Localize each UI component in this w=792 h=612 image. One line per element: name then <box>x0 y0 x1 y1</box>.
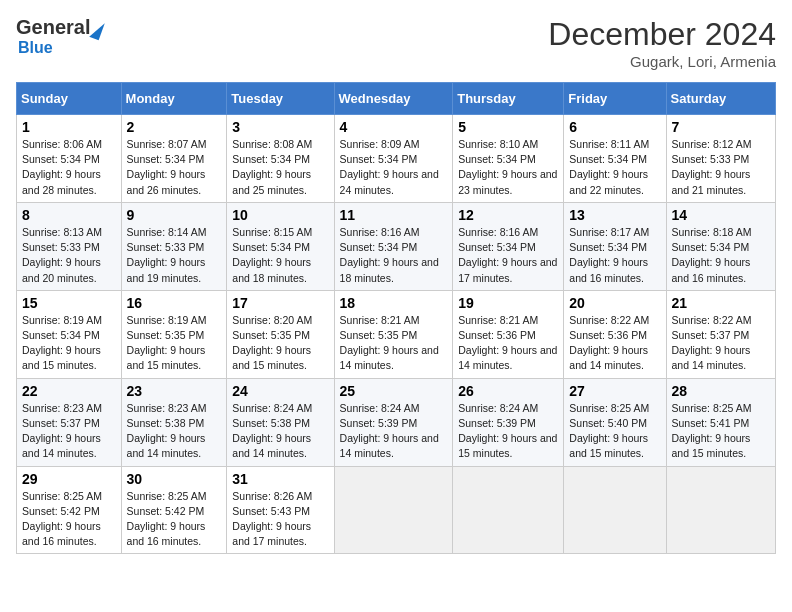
cell-sun-info: Sunrise: 8:13 AM Sunset: 5:33 PM Dayligh… <box>22 225 116 286</box>
day-number: 11 <box>340 207 448 223</box>
day-number: 8 <box>22 207 116 223</box>
day-number: 18 <box>340 295 448 311</box>
week-row-5: 29Sunrise: 8:25 AM Sunset: 5:42 PM Dayli… <box>17 466 776 554</box>
calendar-cell: 4Sunrise: 8:09 AM Sunset: 5:34 PM Daylig… <box>334 115 453 203</box>
page-header: General Blue December 2024 Gugark, Lori,… <box>16 16 776 70</box>
calendar-cell: 22Sunrise: 8:23 AM Sunset: 5:37 PM Dayli… <box>17 378 122 466</box>
weekday-sunday: Sunday <box>17 83 122 115</box>
week-row-4: 22Sunrise: 8:23 AM Sunset: 5:37 PM Dayli… <box>17 378 776 466</box>
calendar-cell: 7Sunrise: 8:12 AM Sunset: 5:33 PM Daylig… <box>666 115 775 203</box>
day-number: 29 <box>22 471 116 487</box>
calendar-cell <box>564 466 666 554</box>
cell-sun-info: Sunrise: 8:25 AM Sunset: 5:42 PM Dayligh… <box>127 489 222 550</box>
day-number: 28 <box>672 383 770 399</box>
calendar-cell: 18Sunrise: 8:21 AM Sunset: 5:35 PM Dayli… <box>334 290 453 378</box>
cell-sun-info: Sunrise: 8:10 AM Sunset: 5:34 PM Dayligh… <box>458 137 558 198</box>
weekday-header-row: SundayMondayTuesdayWednesdayThursdayFrid… <box>17 83 776 115</box>
calendar-cell: 20Sunrise: 8:22 AM Sunset: 5:36 PM Dayli… <box>564 290 666 378</box>
cell-sun-info: Sunrise: 8:17 AM Sunset: 5:34 PM Dayligh… <box>569 225 660 286</box>
cell-sun-info: Sunrise: 8:24 AM Sunset: 5:38 PM Dayligh… <box>232 401 328 462</box>
calendar-cell: 23Sunrise: 8:23 AM Sunset: 5:38 PM Dayli… <box>121 378 227 466</box>
cell-sun-info: Sunrise: 8:21 AM Sunset: 5:36 PM Dayligh… <box>458 313 558 374</box>
week-row-2: 8Sunrise: 8:13 AM Sunset: 5:33 PM Daylig… <box>17 202 776 290</box>
day-number: 2 <box>127 119 222 135</box>
calendar-cell: 27Sunrise: 8:25 AM Sunset: 5:40 PM Dayli… <box>564 378 666 466</box>
calendar-cell: 9Sunrise: 8:14 AM Sunset: 5:33 PM Daylig… <box>121 202 227 290</box>
day-number: 31 <box>232 471 328 487</box>
calendar-cell: 13Sunrise: 8:17 AM Sunset: 5:34 PM Dayli… <box>564 202 666 290</box>
calendar-cell: 5Sunrise: 8:10 AM Sunset: 5:34 PM Daylig… <box>453 115 564 203</box>
cell-sun-info: Sunrise: 8:09 AM Sunset: 5:34 PM Dayligh… <box>340 137 448 198</box>
weekday-monday: Monday <box>121 83 227 115</box>
calendar-cell <box>453 466 564 554</box>
calendar-body: 1Sunrise: 8:06 AM Sunset: 5:34 PM Daylig… <box>17 115 776 554</box>
cell-sun-info: Sunrise: 8:08 AM Sunset: 5:34 PM Dayligh… <box>232 137 328 198</box>
day-number: 25 <box>340 383 448 399</box>
day-number: 15 <box>22 295 116 311</box>
logo-triangle-icon <box>90 19 106 39</box>
cell-sun-info: Sunrise: 8:25 AM Sunset: 5:42 PM Dayligh… <box>22 489 116 550</box>
calendar-cell: 29Sunrise: 8:25 AM Sunset: 5:42 PM Dayli… <box>17 466 122 554</box>
logo-blue-text: Blue <box>18 39 53 56</box>
day-number: 21 <box>672 295 770 311</box>
calendar-cell: 12Sunrise: 8:16 AM Sunset: 5:34 PM Dayli… <box>453 202 564 290</box>
cell-sun-info: Sunrise: 8:24 AM Sunset: 5:39 PM Dayligh… <box>340 401 448 462</box>
weekday-thursday: Thursday <box>453 83 564 115</box>
title-block: December 2024 Gugark, Lori, Armenia <box>548 16 776 70</box>
day-number: 6 <box>569 119 660 135</box>
cell-sun-info: Sunrise: 8:14 AM Sunset: 5:33 PM Dayligh… <box>127 225 222 286</box>
calendar-cell: 14Sunrise: 8:18 AM Sunset: 5:34 PM Dayli… <box>666 202 775 290</box>
day-number: 24 <box>232 383 328 399</box>
day-number: 26 <box>458 383 558 399</box>
cell-sun-info: Sunrise: 8:15 AM Sunset: 5:34 PM Dayligh… <box>232 225 328 286</box>
weekday-tuesday: Tuesday <box>227 83 334 115</box>
cell-sun-info: Sunrise: 8:16 AM Sunset: 5:34 PM Dayligh… <box>458 225 558 286</box>
day-number: 3 <box>232 119 328 135</box>
day-number: 27 <box>569 383 660 399</box>
day-number: 12 <box>458 207 558 223</box>
cell-sun-info: Sunrise: 8:06 AM Sunset: 5:34 PM Dayligh… <box>22 137 116 198</box>
cell-sun-info: Sunrise: 8:23 AM Sunset: 5:38 PM Dayligh… <box>127 401 222 462</box>
cell-sun-info: Sunrise: 8:25 AM Sunset: 5:41 PM Dayligh… <box>672 401 770 462</box>
location-text: Gugark, Lori, Armenia <box>548 53 776 70</box>
cell-sun-info: Sunrise: 8:20 AM Sunset: 5:35 PM Dayligh… <box>232 313 328 374</box>
calendar-cell: 30Sunrise: 8:25 AM Sunset: 5:42 PM Dayli… <box>121 466 227 554</box>
day-number: 19 <box>458 295 558 311</box>
week-row-3: 15Sunrise: 8:19 AM Sunset: 5:34 PM Dayli… <box>17 290 776 378</box>
calendar-cell: 2Sunrise: 8:07 AM Sunset: 5:34 PM Daylig… <box>121 115 227 203</box>
calendar-cell: 31Sunrise: 8:26 AM Sunset: 5:43 PM Dayli… <box>227 466 334 554</box>
calendar-table: SundayMondayTuesdayWednesdayThursdayFrid… <box>16 82 776 554</box>
calendar-cell: 21Sunrise: 8:22 AM Sunset: 5:37 PM Dayli… <box>666 290 775 378</box>
cell-sun-info: Sunrise: 8:12 AM Sunset: 5:33 PM Dayligh… <box>672 137 770 198</box>
cell-sun-info: Sunrise: 8:25 AM Sunset: 5:40 PM Dayligh… <box>569 401 660 462</box>
cell-sun-info: Sunrise: 8:22 AM Sunset: 5:37 PM Dayligh… <box>672 313 770 374</box>
day-number: 13 <box>569 207 660 223</box>
calendar-cell: 10Sunrise: 8:15 AM Sunset: 5:34 PM Dayli… <box>227 202 334 290</box>
cell-sun-info: Sunrise: 8:26 AM Sunset: 5:43 PM Dayligh… <box>232 489 328 550</box>
cell-sun-info: Sunrise: 8:21 AM Sunset: 5:35 PM Dayligh… <box>340 313 448 374</box>
day-number: 7 <box>672 119 770 135</box>
day-number: 30 <box>127 471 222 487</box>
calendar-cell: 28Sunrise: 8:25 AM Sunset: 5:41 PM Dayli… <box>666 378 775 466</box>
calendar-cell: 8Sunrise: 8:13 AM Sunset: 5:33 PM Daylig… <box>17 202 122 290</box>
day-number: 4 <box>340 119 448 135</box>
day-number: 22 <box>22 383 116 399</box>
logo: General Blue <box>16 16 102 57</box>
day-number: 20 <box>569 295 660 311</box>
calendar-cell: 11Sunrise: 8:16 AM Sunset: 5:34 PM Dayli… <box>334 202 453 290</box>
cell-sun-info: Sunrise: 8:11 AM Sunset: 5:34 PM Dayligh… <box>569 137 660 198</box>
calendar-cell <box>666 466 775 554</box>
calendar-cell: 17Sunrise: 8:20 AM Sunset: 5:35 PM Dayli… <box>227 290 334 378</box>
weekday-friday: Friday <box>564 83 666 115</box>
day-number: 1 <box>22 119 116 135</box>
cell-sun-info: Sunrise: 8:16 AM Sunset: 5:34 PM Dayligh… <box>340 225 448 286</box>
calendar-cell <box>334 466 453 554</box>
calendar-cell: 15Sunrise: 8:19 AM Sunset: 5:34 PM Dayli… <box>17 290 122 378</box>
month-title: December 2024 <box>548 16 776 53</box>
calendar-cell: 3Sunrise: 8:08 AM Sunset: 5:34 PM Daylig… <box>227 115 334 203</box>
day-number: 10 <box>232 207 328 223</box>
cell-sun-info: Sunrise: 8:22 AM Sunset: 5:36 PM Dayligh… <box>569 313 660 374</box>
cell-sun-info: Sunrise: 8:19 AM Sunset: 5:34 PM Dayligh… <box>22 313 116 374</box>
day-number: 23 <box>127 383 222 399</box>
day-number: 16 <box>127 295 222 311</box>
